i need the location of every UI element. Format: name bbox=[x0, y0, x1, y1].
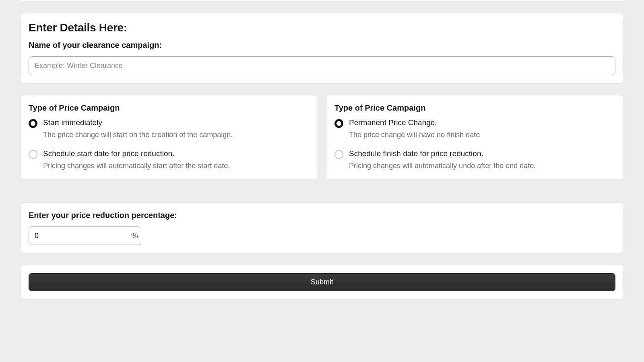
previous-card-edge bbox=[20, 0, 624, 2]
radio-label: Permanent Price Change. bbox=[349, 118, 615, 127]
radio-description: The price change will have no finish dat… bbox=[349, 130, 615, 140]
percentage-card: Enter your price reduction percentage: % bbox=[20, 202, 624, 253]
radio-schedule-start[interactable]: Schedule start date for price reduction.… bbox=[29, 149, 310, 171]
percentage-input-wrap[interactable]: % bbox=[29, 226, 141, 245]
campaign-name-input[interactable] bbox=[29, 56, 615, 75]
submit-button[interactable]: Submit bbox=[29, 273, 615, 291]
finish-type-card: Type of Price Campaign Permanent Price C… bbox=[326, 95, 624, 180]
radio-permanent-change[interactable]: Permanent Price Change. The price change… bbox=[334, 118, 615, 140]
radio-text: Schedule start date for price reduction.… bbox=[43, 149, 310, 171]
percentage-label: Enter your price reduction percentage: bbox=[29, 211, 615, 220]
radio-description: The price change will start on the creat… bbox=[43, 130, 310, 140]
radio-description: Pricing changes will automatically start… bbox=[43, 160, 310, 171]
radio-schedule-finish[interactable]: Schedule finish date for price reduction… bbox=[334, 149, 615, 171]
radio-selected-icon bbox=[29, 119, 37, 128]
campaign-name-label: Name of your clearance campaign: bbox=[29, 41, 615, 50]
radio-label: Schedule start date for price reduction. bbox=[43, 149, 310, 158]
start-type-card: Type of Price Campaign Start immediately… bbox=[20, 95, 318, 180]
radio-selected-icon bbox=[334, 119, 343, 128]
submit-card: Submit bbox=[20, 265, 624, 300]
start-type-title: Type of Price Campaign bbox=[29, 103, 310, 113]
campaign-type-row: Type of Price Campaign Start immediately… bbox=[20, 95, 624, 180]
percentage-input[interactable] bbox=[35, 232, 128, 240]
radio-description: Pricing changes will automatically undo … bbox=[349, 160, 615, 171]
percent-icon: % bbox=[128, 231, 138, 240]
radio-label: Start immediately bbox=[43, 118, 310, 127]
radio-text: Schedule finish date for price reduction… bbox=[349, 149, 615, 171]
details-card: Enter Details Here: Name of your clearan… bbox=[20, 13, 624, 84]
radio-start-immediately[interactable]: Start immediately The price change will … bbox=[29, 118, 310, 140]
radio-unselected-icon bbox=[334, 150, 343, 159]
radio-text: Start immediately The price change will … bbox=[43, 118, 310, 140]
radio-unselected-icon bbox=[29, 150, 37, 159]
details-heading: Enter Details Here: bbox=[29, 21, 615, 34]
radio-text: Permanent Price Change. The price change… bbox=[349, 118, 615, 140]
radio-label: Schedule finish date for price reduction… bbox=[349, 149, 615, 158]
finish-type-title: Type of Price Campaign bbox=[334, 103, 615, 113]
